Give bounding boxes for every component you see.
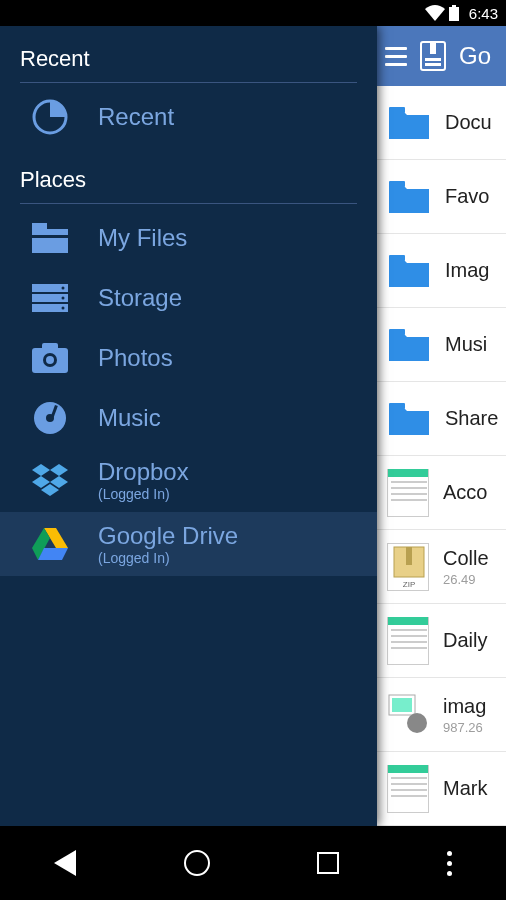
file-row[interactable]: Imag — [377, 234, 506, 308]
wifi-icon — [425, 5, 445, 21]
file-row[interactable]: Share — [377, 382, 506, 456]
camera-icon — [32, 343, 68, 373]
divider — [20, 203, 357, 204]
svg-rect-23 — [391, 647, 427, 649]
app-logo-icon — [417, 40, 449, 72]
clock-pie-icon — [32, 99, 68, 135]
drawer-item-dropbox[interactable]: Dropbox (Logged In) — [0, 448, 377, 512]
status-time: 6:43 — [469, 5, 498, 22]
svg-rect-11 — [388, 469, 428, 477]
android-nav-bar — [0, 826, 506, 900]
svg-rect-19 — [388, 617, 428, 625]
svg-point-40 — [62, 297, 65, 300]
zip-icon: ZIP — [387, 543, 429, 591]
drawer-item-label: Storage — [98, 284, 182, 312]
drawer-section-recent: Recent — [0, 26, 377, 82]
file-name: Musi — [445, 333, 487, 356]
folder-icon — [387, 401, 431, 437]
file-row[interactable]: Acco — [377, 456, 506, 530]
drawer-item-photos[interactable]: Photos — [0, 328, 377, 388]
file-list: Docu Favo Imag Musi Share Acco — [377, 86, 506, 826]
file-name: Docu — [445, 111, 492, 134]
file-row[interactable]: Docu — [377, 86, 506, 160]
svg-rect-31 — [391, 795, 427, 797]
file-name: Share — [445, 407, 498, 430]
svg-rect-43 — [42, 343, 58, 350]
app-header: Go — [377, 26, 506, 86]
drawer-item-label: Recent — [98, 103, 174, 131]
drawer-item-label: My Files — [98, 224, 187, 252]
svg-rect-13 — [391, 487, 427, 489]
drawer-item-label: Google Drive — [98, 522, 238, 550]
drawer-item-label: Dropbox — [98, 458, 189, 486]
back-button[interactable] — [54, 850, 76, 876]
image-file-icon — [387, 691, 429, 739]
svg-point-45 — [46, 356, 54, 364]
recents-button[interactable] — [317, 852, 339, 874]
drawer-section-places: Places — [0, 147, 377, 203]
battery-icon — [449, 5, 459, 21]
file-row[interactable]: Favo — [377, 160, 506, 234]
file-name: Mark — [443, 777, 487, 800]
svg-rect-30 — [391, 789, 427, 791]
svg-rect-20 — [391, 629, 427, 631]
svg-rect-28 — [391, 777, 427, 779]
svg-rect-33 — [32, 229, 68, 253]
svg-rect-35 — [32, 235, 68, 238]
svg-rect-14 — [391, 493, 427, 495]
file-size: 987.26 — [443, 720, 486, 735]
svg-rect-7 — [389, 181, 405, 187]
file-name: Colle — [443, 547, 489, 570]
dropbox-icon — [32, 464, 68, 496]
svg-point-39 — [62, 287, 65, 290]
file-name: Favo — [445, 185, 489, 208]
svg-rect-27 — [388, 765, 428, 773]
file-name: Imag — [445, 259, 489, 282]
svg-rect-12 — [391, 481, 427, 483]
svg-rect-17 — [406, 547, 412, 565]
status-bar: 6:43 — [0, 0, 506, 26]
file-row[interactable]: Daily — [377, 604, 506, 678]
svg-point-41 — [62, 307, 65, 310]
file-row[interactable]: Mark — [377, 752, 506, 826]
drawer-item-storage[interactable]: Storage — [0, 268, 377, 328]
svg-rect-3 — [430, 42, 436, 54]
file-row[interactable]: imag987.26 — [377, 678, 506, 752]
app-title: Go — [459, 42, 491, 70]
file-name: imag — [443, 695, 486, 718]
overflow-menu-button[interactable] — [447, 851, 452, 876]
drawer-item-label: Music — [98, 404, 161, 432]
spreadsheet-icon — [387, 469, 429, 517]
home-button[interactable] — [184, 850, 210, 876]
svg-rect-8 — [389, 255, 405, 261]
svg-rect-34 — [32, 223, 47, 231]
main-app: Go Docu Favo Imag Musi Share — [377, 26, 506, 826]
file-row[interactable]: ZIP Colle26.49 — [377, 530, 506, 604]
menu-toggle-icon[interactable] — [385, 47, 407, 66]
file-size: 26.49 — [443, 572, 489, 587]
google-drive-icon — [32, 528, 68, 560]
folder-icon — [387, 327, 431, 363]
svg-rect-25 — [392, 698, 412, 712]
drawer-item-music[interactable]: Music — [0, 388, 377, 448]
svg-rect-0 — [449, 7, 459, 21]
drawer-item-my-files[interactable]: My Files — [0, 208, 377, 268]
folder-icon — [387, 179, 431, 215]
svg-rect-10 — [389, 403, 405, 409]
svg-rect-5 — [425, 63, 441, 66]
folder-icon — [387, 253, 431, 289]
svg-rect-29 — [391, 783, 427, 785]
drawer-item-google-drive[interactable]: Google Drive (Logged In) — [0, 512, 377, 576]
drawer-item-recent[interactable]: Recent — [0, 87, 377, 147]
spreadsheet-icon — [387, 765, 429, 813]
drawer-item-sublabel: (Logged In) — [98, 550, 238, 566]
spreadsheet-icon — [387, 617, 429, 665]
svg-rect-15 — [391, 499, 427, 501]
svg-rect-9 — [389, 329, 405, 335]
file-row[interactable]: Musi — [377, 308, 506, 382]
folder-icon — [387, 105, 431, 141]
drawer-item-label: Photos — [98, 344, 173, 372]
navigation-drawer: Recent Recent Places My Files — [0, 26, 377, 826]
svg-rect-1 — [452, 5, 456, 7]
divider — [20, 82, 357, 83]
